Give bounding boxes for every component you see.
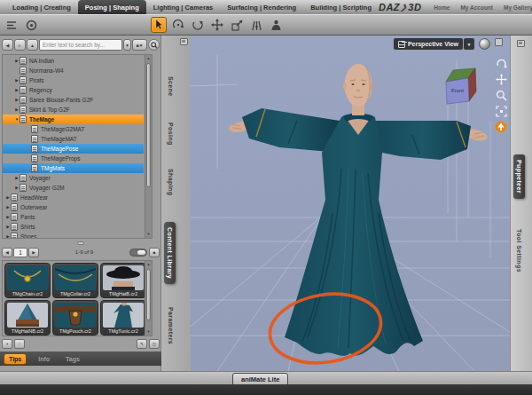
activity-tabs: Loading | CreatingPosing | ShapingLighti…	[0, 0, 379, 14]
scroll-down-icon[interactable]: ▼	[145, 328, 152, 336]
activity-tab[interactable]: Surfacing | Rendering	[220, 0, 303, 14]
tab-tool-settings[interactable]: Tool Settings	[516, 229, 522, 273]
filter-dropdown[interactable]: ■▼	[132, 39, 147, 51]
tree-item[interactable]: Normana-W4	[3, 66, 144, 75]
folder-icon	[20, 86, 27, 94]
scroll-up-icon[interactable]: ▲	[145, 261, 152, 268]
tree-item[interactable]: NA Indian	[3, 56, 144, 66]
scroll-up-icon[interactable]: ▲	[145, 55, 152, 62]
view-selector[interactable]: Perspective View	[394, 38, 463, 50]
thumb-tunic-image	[103, 303, 144, 328]
options-icon[interactable]: ◫	[149, 339, 160, 349]
remove-button[interactable]: −	[14, 339, 25, 349]
prev-page-button[interactable]: ◀	[2, 248, 12, 257]
drawstyle-sphere-icon[interactable]	[479, 38, 490, 50]
footer-tab[interactable]: Tags	[61, 354, 84, 364]
viewport[interactable]: Front Perspective View ▼	[191, 36, 510, 371]
aim-up-icon[interactable]	[495, 121, 507, 133]
tree-item[interactable]: TheMageG2MAT	[3, 124, 144, 134]
thumbs-scrollbar[interactable]: ▲ ▼	[145, 261, 152, 336]
panel-splitter[interactable]	[2, 241, 160, 245]
tree-item[interactable]: TMgMats	[3, 163, 144, 173]
forward-button[interactable]: ▶	[14, 39, 26, 51]
add-button[interactable]: +	[2, 339, 12, 349]
tree-item[interactable]: Regency	[3, 85, 144, 95]
account-link[interactable]: My Gallery	[504, 4, 532, 11]
footer-tab[interactable]: Info	[34, 354, 54, 364]
search-dropdown-icon[interactable]: ▼	[123, 39, 131, 51]
tree-item[interactable]: TheMageMAT	[3, 134, 144, 144]
tree-item[interactable]: Outerwear	[3, 202, 144, 212]
search-input[interactable]: Enter text to search by...	[39, 39, 122, 51]
tree-item[interactable]: Shirts	[3, 222, 144, 232]
view-selector-dropdown-icon[interactable]: ▼	[464, 38, 474, 50]
right-pane-tabs: Puppeteer Tool Settings	[510, 36, 532, 371]
viewport-options-icon[interactable]	[495, 38, 503, 46]
pagination-row: ◀ 1 ▶ 1-9 of 9 ■	[2, 246, 160, 258]
account-link[interactable]: Home	[434, 4, 450, 11]
back-button[interactable]: ◀	[2, 39, 13, 51]
folder-icon	[20, 106, 27, 114]
scene-list-icon[interactable]	[4, 17, 20, 33]
main-area: ◀ ▶ ▲ Enter text to search by... ▼ ■▼ NA…	[0, 36, 532, 371]
orbit-tool[interactable]	[190, 17, 206, 33]
thumbnail-item[interactable]: TMgCollar.cr2	[52, 263, 98, 298]
left-pane-tabs: Scene Posing Shaping Content Library Par…	[161, 36, 191, 371]
activity-tab[interactable]: Lighting | Cameras	[146, 0, 221, 14]
pan-icon[interactable]	[495, 73, 507, 85]
tree-item[interactable]: TheMage	[3, 115, 144, 124]
figure-pose-tool[interactable]	[268, 17, 284, 33]
thumbnail-item[interactable]: TMgHatNB.cr2	[4, 300, 51, 336]
list-view-button[interactable]: ■	[149, 248, 160, 257]
scroll-down-icon[interactable]: ▼	[145, 231, 152, 238]
tree-item[interactable]: Skirt & Top G2F	[3, 105, 144, 115]
thumbnail-item[interactable]: TMgChain.cr2	[4, 263, 51, 298]
folder-icon	[11, 213, 18, 221]
thumbnail-item[interactable]: TMgTunic.cr2	[100, 300, 146, 336]
thumbnail-item[interactable]: TMgPouch.cr2	[52, 300, 98, 336]
thumb-pouch-image	[55, 303, 96, 328]
view-mode-toggle[interactable]	[129, 249, 147, 257]
cube-front-label: Front	[451, 88, 464, 93]
page-number[interactable]: 1	[13, 248, 27, 257]
tree-item[interactable]: Saree Blouse-Pants G2F	[3, 95, 144, 105]
tree-item[interactable]: Shoes	[3, 232, 144, 239]
tab-shaping[interactable]: Shaping	[168, 169, 174, 195]
tab-puppeteer[interactable]: Puppeteer	[513, 154, 525, 199]
search-go-icon[interactable]	[148, 39, 160, 51]
activity-tab[interactable]: Building | Scripting	[303, 0, 379, 14]
tree-item[interactable]: Voyager G2M	[3, 183, 144, 193]
account-link[interactable]: My Account	[460, 4, 493, 11]
activity-tab[interactable]: Posing | Shaping	[78, 0, 146, 14]
translate-tool[interactable]	[209, 17, 225, 33]
footer-tab[interactable]: Tips	[4, 353, 27, 365]
bottom-status-bar	[0, 384, 532, 395]
tab-posing[interactable]: Posing	[168, 122, 174, 146]
orbit-icon[interactable]	[495, 57, 507, 69]
tree-item[interactable]: TheMagePose	[3, 144, 144, 154]
up-button[interactable]: ▲	[27, 39, 38, 51]
tab-parameters[interactable]: Parameters	[168, 307, 174, 344]
thumbnail-item[interactable]: TMgHatB.cr2	[100, 263, 146, 298]
target-icon[interactable]	[23, 17, 39, 33]
tree-scrollbar[interactable]: ▲ ▼	[145, 55, 152, 238]
tree-item[interactable]: Pirats	[3, 75, 144, 85]
main-menu-bar: Loading | CreatingPosing | ShapingLighti…	[0, 0, 532, 14]
zoom-icon[interactable]	[495, 89, 507, 101]
tree-item[interactable]: Pants	[3, 212, 144, 222]
surface-selection-tool[interactable]	[248, 17, 264, 33]
dock-icon[interactable]	[517, 40, 525, 47]
tree-item[interactable]: HeadWear	[3, 193, 144, 202]
rotate-tool[interactable]	[170, 17, 186, 33]
tab-scene[interactable]: Scene	[168, 76, 174, 97]
tree-item[interactable]: TheMageProps	[3, 154, 144, 163]
node-selection-tool[interactable]	[151, 17, 167, 33]
scale-tool[interactable]	[229, 17, 245, 33]
next-page-button[interactable]: ▶	[28, 248, 39, 257]
tab-content-library[interactable]: Content Library	[164, 222, 176, 284]
dock-icon[interactable]	[180, 38, 188, 45]
new-file-icon[interactable]: ✎	[137, 339, 147, 349]
frame-icon[interactable]	[495, 105, 507, 117]
activity-tab[interactable]: Loading | Creating	[5, 0, 78, 14]
tree-item[interactable]: Voyager	[3, 173, 144, 183]
